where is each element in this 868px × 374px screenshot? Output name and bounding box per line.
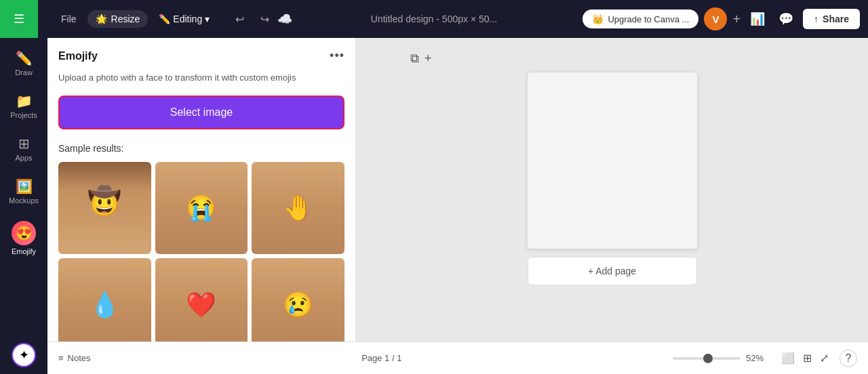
sidebar-item-projects[interactable]: 📁 Projects <box>3 87 44 125</box>
resize-label: Resize <box>111 14 140 24</box>
notes-label: Notes <box>68 353 91 363</box>
add-button[interactable]: + <box>732 12 741 27</box>
sidebar-item-draw[interactable]: ✏️ Draw <box>3 45 44 82</box>
undo-redo-group: ↩ ↪ <box>226 10 273 28</box>
file-button[interactable]: File <box>54 9 83 28</box>
undo-button[interactable]: ↩ <box>231 10 248 28</box>
add-canvas-button[interactable]: + <box>425 51 432 66</box>
sample-image-4: 💧 <box>58 258 151 351</box>
sidebar-projects-label: Projects <box>10 111 37 119</box>
apps-icon: ⊞ <box>18 136 30 152</box>
panel-header: Emojify ••• <box>58 49 344 63</box>
sample-image-2: 😭 <box>155 162 248 255</box>
document-title: Untitled design - 500px × 50... <box>371 14 497 24</box>
toolbar-left-section: File 🌟 Resize ✏️ Editing ▾ ↩ ↪ ☁️ <box>54 9 292 28</box>
fullscreen-button[interactable]: ⤢ <box>817 349 831 367</box>
pencil-icon: ✏️ <box>159 14 170 24</box>
notes-icon: ≡ <box>58 353 64 363</box>
sample-image-3: 🤚 <box>252 162 344 255</box>
sidebar-item-mockups[interactable]: 🖼️ Mockups <box>3 173 44 210</box>
page-indicator: Page 1 / 1 <box>99 353 665 363</box>
sample-results-label: Sample results: <box>58 143 344 154</box>
editing-label: Editing <box>173 14 202 24</box>
toolbar-right-section: 👑 Upgrade to Canva ... V + 📊 💬 ↑ Share <box>583 7 860 30</box>
sidebar-draw-label: Draw <box>15 68 33 77</box>
upgrade-button[interactable]: 👑 Upgrade to Canva ... <box>583 9 698 28</box>
magic-button[interactable]: ✦ <box>12 343 36 367</box>
face-hand: 🤚 <box>252 162 344 255</box>
sample-image-1: 🤠 <box>58 162 151 255</box>
analytics-icon[interactable]: 📊 <box>746 9 769 29</box>
zoom-percentage: 52% <box>746 353 770 363</box>
emojify-panel: Emojify ••• Upload a photo with a face t… <box>47 38 356 374</box>
panel-title: Emojify <box>58 50 98 62</box>
sidebar-apps-label: Apps <box>15 154 32 162</box>
resize-button[interactable]: 🌟 Resize <box>87 10 149 28</box>
view-buttons: ⬜ ⊞ ⤢ <box>778 349 831 367</box>
face-crying2: 😢 <box>252 258 344 351</box>
canvas-area: ⧉ + + Add page <box>356 38 868 374</box>
cloud-icon: ☁️ <box>277 12 292 26</box>
editing-button[interactable]: ✏️ Editing ▾ <box>152 9 216 28</box>
emojify-icon: 😍 <box>12 221 36 245</box>
duplicate-canvas-button[interactable]: ⧉ <box>410 51 419 66</box>
left-sidebar: ✏️ Draw 📁 Projects ⊞ Apps 🖼️ Mockups 😍 E… <box>0 38 47 374</box>
hamburger-icon[interactable]: ☰ <box>14 12 24 26</box>
grid-view-button[interactable]: ⊞ <box>800 349 814 367</box>
desktop-view-button[interactable]: ⬜ <box>778 349 797 367</box>
face-crying: 😭 <box>155 162 248 255</box>
sample-image-6: 😢 <box>252 258 344 351</box>
sample-results-grid: 🤠 😭 🤚 💧 <box>58 162 344 351</box>
face-droplet: 💧 <box>58 258 151 351</box>
comment-icon[interactable]: 💬 <box>774 9 797 29</box>
share-button[interactable]: ↑ Share <box>803 9 860 29</box>
crown-icon: 👑 <box>592 14 604 24</box>
chevron-down-icon: ▾ <box>205 14 210 24</box>
zoom-slider[interactable] <box>673 357 741 360</box>
sidebar-emojify-label: Emojify <box>12 247 36 255</box>
bottom-bar: ≡ Notes Page 1 / 1 52% ⬜ ⊞ ⤢ ? <box>47 341 868 374</box>
select-image-button[interactable]: Select image <box>58 96 344 129</box>
draw-icon: ✏️ <box>16 50 33 66</box>
projects-icon: 📁 <box>16 93 33 109</box>
zoom-control: 52% <box>673 353 770 363</box>
canvas-top-toolbar: ⧉ + <box>410 51 432 66</box>
avatar[interactable]: V <box>704 7 727 30</box>
share-label: Share <box>823 14 849 24</box>
sidebar-item-emojify[interactable]: 😍 Emojify <box>3 215 44 261</box>
help-button[interactable]: ? <box>840 350 857 367</box>
main-layout: ✏️ Draw 📁 Projects ⊞ Apps 🖼️ Mockups 😍 E… <box>0 38 868 374</box>
upgrade-label: Upgrade to Canva ... <box>608 14 689 24</box>
face-cowboy: 🤠 <box>58 162 151 255</box>
sidebar-mockups-label: Mockups <box>9 196 39 205</box>
crown-icon: 🌟 <box>96 14 107 24</box>
brand-logo: ☰ <box>0 0 38 38</box>
face-hearts: ❤️ <box>155 258 248 351</box>
main-toolbar: ☰ File 🌟 Resize ✏️ Editing ▾ ↩ ↪ ☁️ Unti… <box>0 0 868 38</box>
sidebar-item-apps[interactable]: ⊞ Apps <box>3 130 44 167</box>
canvas-container[interactable] <box>528 72 697 249</box>
share-icon: ↑ <box>814 14 818 24</box>
sample-image-5: ❤️ <box>155 258 248 351</box>
panel-description: Upload a photo with a face to transform … <box>58 71 344 85</box>
add-page-button[interactable]: + Add page <box>528 257 697 285</box>
notes-button[interactable]: ≡ Notes <box>58 353 91 363</box>
mockups-icon: 🖼️ <box>16 178 33 194</box>
redo-button[interactable]: ↪ <box>256 10 273 28</box>
more-options-button[interactable]: ••• <box>330 49 344 63</box>
